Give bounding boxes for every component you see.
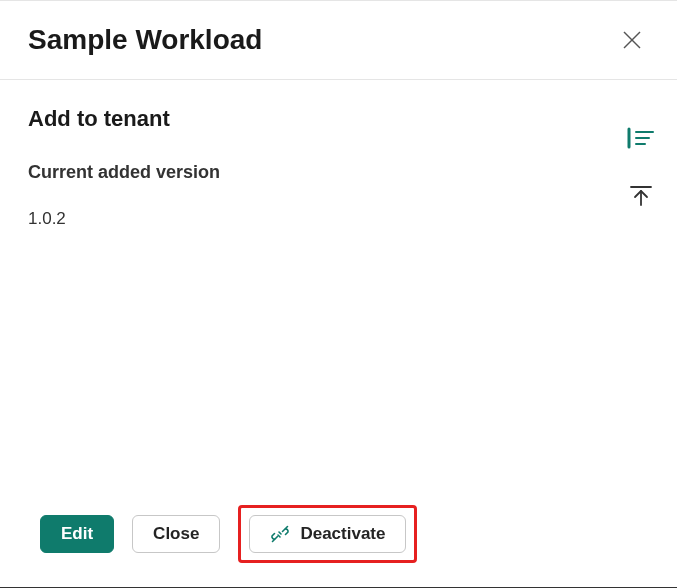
list-icon [627, 127, 655, 149]
deactivate-highlight: Deactivate [238, 505, 417, 563]
panel-body: Add to tenant Current added version 1.0.… [0, 80, 677, 489]
close-icon [621, 29, 643, 51]
svg-line-11 [278, 535, 280, 537]
deactivate-label: Deactivate [300, 524, 385, 544]
panel-header: Sample Workload [0, 1, 677, 80]
list-tool-button[interactable] [625, 125, 657, 151]
version-value: 1.0.2 [28, 209, 649, 229]
panel-title: Sample Workload [28, 24, 262, 56]
section-title: Add to tenant [28, 106, 649, 132]
close-icon-button[interactable] [615, 23, 649, 57]
plug-disconnected-icon [270, 524, 290, 544]
deactivate-button[interactable]: Deactivate [249, 515, 406, 553]
close-button[interactable]: Close [132, 515, 220, 553]
version-label: Current added version [28, 162, 649, 183]
workload-panel: Sample Workload Add to tenant Current ad… [0, 0, 677, 588]
svg-line-9 [273, 539, 275, 541]
side-toolbar [625, 125, 657, 209]
arrow-top-icon [629, 185, 653, 207]
svg-line-8 [286, 526, 288, 528]
edit-button[interactable]: Edit [40, 515, 114, 553]
scroll-top-button[interactable] [627, 183, 655, 209]
svg-line-10 [279, 532, 281, 534]
panel-footer: Edit Close Deactivate [0, 489, 677, 587]
